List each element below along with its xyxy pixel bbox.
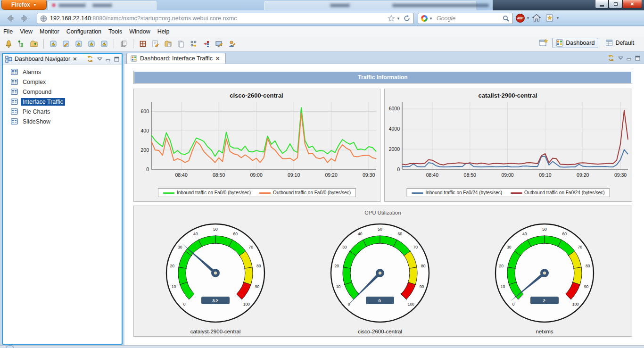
svg-text:09:30: 09:30 [614,172,627,178]
toolbar-separator [114,39,114,49]
bookmarks-dropdown-icon[interactable]: ▼ [556,16,560,20]
sidebar-item-slideshow[interactable]: SlideShow [3,116,122,126]
url-bar[interactable]: 192.168.22.140:8080/nxmc/nxmc?startup=or… [37,13,414,24]
alarm-terminate-icon[interactable] [99,39,109,49]
restore-button[interactable] [609,0,622,8]
url-dropdown-icon[interactable]: ▼ [396,17,400,21]
bookmarks-panel-icon [545,13,554,23]
import-objects-icon[interactable] [202,39,211,49]
edit-note-icon[interactable] [151,39,160,49]
alarm-ack-icon[interactable] [74,39,83,49]
alarm-edit-icon[interactable] [61,39,71,49]
svg-text:0: 0 [183,302,186,307]
svg-text:70: 70 [578,245,583,249]
screen-edit-icon[interactable] [215,39,224,49]
alarm-bell-icon[interactable] [4,39,13,49]
svg-text:50: 50 [542,227,547,232]
sidebar-item-alarms[interactable]: Alarms [3,67,122,77]
perspective-default-button[interactable]: Default [602,38,637,48]
svg-text:09:00: 09:00 [250,172,262,178]
sidebar-item-compound[interactable]: Compound [3,87,122,97]
perspective-dashboard-button[interactable]: Dashboard [552,38,598,48]
svg-text:60: 60 [397,232,402,236]
copy-pages-icon[interactable] [176,39,186,49]
svg-text:40: 40 [193,232,198,236]
sidebar-item-label: Alarms [21,68,43,76]
close-icon: ✕ [630,1,634,7]
view-menu-icon[interactable] [618,56,623,60]
menu-tools[interactable]: Tools [108,28,122,35]
blurred-tab-text [58,4,86,7]
sidebar-item-label: Compound [21,88,53,96]
object-tree-icon[interactable] [17,39,26,49]
close-button[interactable]: ✕ [622,0,642,8]
grid-view-icon[interactable] [138,39,148,49]
forward-button[interactable] [19,12,31,25]
gauge-label: netxms [490,329,599,334]
sidebar-item-pie-charts[interactable]: Pie Charts [3,107,122,116]
user-edit-icon[interactable] [227,39,237,49]
open-folder-icon[interactable] [29,39,39,49]
svg-text:70: 70 [413,245,418,249]
reload-icon[interactable] [403,15,411,22]
search-bar[interactable]: ▼ Google [418,13,513,24]
firefox-app-button[interactable]: Firefox ▼ [1,0,47,10]
dashboard-content: Traffic Information cisco-2600-central02… [124,64,644,346]
search-engine-dropdown-icon[interactable]: ▼ [429,17,433,21]
search-icon[interactable] [503,15,510,22]
tab-dashboard-interface-traffic[interactable]: Dashboard: Interface Traffic ✕ [126,53,226,64]
legend-label: Outbound traffic on Fa0/0 (bytes/sec) [273,190,351,195]
refresh-icon[interactable] [607,54,615,62]
dashboard-perspective-icon [556,39,563,47]
folder-document-icon[interactable] [164,39,173,49]
svg-text:0: 0 [348,302,350,307]
navigator-title: Dashboard Navigator [15,56,70,62]
maximize-view-icon[interactable] [635,56,640,61]
navigator-close-icon[interactable]: ✕ [73,56,77,62]
svg-text:50: 50 [213,227,218,232]
menu-window[interactable]: Window [129,28,150,35]
network-map-icon[interactable] [189,39,198,49]
alarm-warn-icon[interactable] [87,39,96,49]
home-button[interactable] [532,13,541,23]
svg-text:09:20: 09:20 [325,172,337,178]
legend-color-swatch [259,192,271,194]
minimize-view-icon[interactable] [627,56,632,61]
url-text: 192.168.22.140:8080/nxmc/nxmc?startup=or… [50,15,388,22]
legend-color-swatch [511,192,522,194]
forward-icon [20,13,30,24]
menu-file[interactable]: File [3,28,13,35]
menu-monitor[interactable]: Monitor [40,28,59,35]
status-indicator [6,345,14,348]
svg-text:90: 90 [255,284,260,289]
navigator-toolbar [86,55,119,63]
menu-configuration[interactable]: Configuration [66,28,101,35]
maximize-view-icon[interactable] [114,57,119,62]
dashboard-icon [11,69,18,75]
menu-view[interactable]: View [20,28,33,35]
sidebar-item-label: Complex [21,78,48,86]
blurred-tab-text [92,4,112,7]
menu-help[interactable]: Help [157,28,170,35]
minimize-button[interactable] [595,0,609,8]
sidebar-item-complex[interactable]: Complex [3,77,122,87]
back-icon [5,13,15,24]
refresh-icon[interactable] [86,55,94,63]
chart-legend: Inbound traffic on Fa0/0 (bytes/sec)Outb… [158,188,356,197]
legend-item: Inbound traffic on Fa0/0 (bytes/sec) [163,190,251,195]
svg-text:10: 10 [336,284,341,289]
alarm-view-icon[interactable] [49,39,58,49]
bookmark-star-icon[interactable] [388,15,395,22]
adblock-dropdown-icon[interactable]: ▼ [526,16,530,20]
view-menu-icon[interactable] [97,57,102,61]
back-button[interactable] [4,12,16,25]
dashboard-icon [11,108,18,115]
bookmarks-sidebar-button[interactable]: ▼ [545,13,560,23]
open-perspective-icon[interactable] [539,38,548,48]
data-collection-icon[interactable] [119,39,128,49]
adblock-button[interactable]: ABP ▼ [516,14,530,23]
editor-tab-close-icon[interactable]: ✕ [215,56,220,62]
svg-text:60: 60 [562,232,567,236]
minimize-view-icon[interactable] [106,57,111,62]
sidebar-item-interface-traffic[interactable]: Interface Traffic [3,97,122,107]
